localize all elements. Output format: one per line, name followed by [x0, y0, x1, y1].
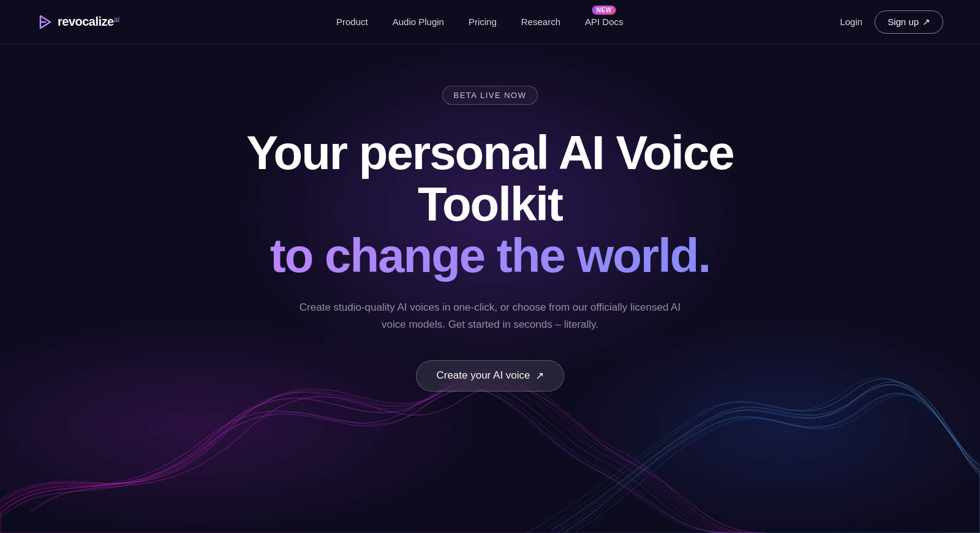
cta-label: Create your AI voice: [436, 369, 530, 382]
hero-title-line2: to change the world.: [214, 230, 766, 281]
nav-links: Product Audio Plugin Pricing Research NE…: [336, 17, 624, 28]
nav-item-pricing[interactable]: Pricing: [469, 17, 497, 27]
nav-item-api-docs[interactable]: API Docs: [585, 17, 624, 27]
hero-section: BETA LIVE NOW Your personal AI Voice Too…: [0, 44, 980, 391]
login-button[interactable]: Login: [840, 17, 862, 27]
nav-actions: Login Sign up ↗: [840, 10, 943, 34]
hero-title-line1: Your personal AI Voice Toolkit: [214, 127, 766, 230]
nav-item-product[interactable]: Product: [336, 17, 368, 27]
navbar: revocalizeai Product Audio Plugin Pricin…: [0, 0, 980, 44]
nav-item-audio-plugin[interactable]: Audio Plugin: [393, 17, 444, 27]
logo-icon: [37, 13, 54, 31]
beta-badge: BETA LIVE NOW: [442, 86, 538, 105]
cta-button[interactable]: Create your AI voice ↗: [416, 360, 564, 391]
hero-subtitle: Create studio-quality AI voices in one-c…: [294, 299, 686, 333]
logo-text: revocalizeai: [58, 15, 119, 29]
cta-arrow-icon: ↗: [535, 369, 544, 382]
hero-title: Your personal AI Voice Toolkit to change…: [214, 127, 766, 282]
new-badge: NEW: [592, 6, 616, 15]
signup-arrow-icon: ↗: [922, 17, 930, 28]
signup-button[interactable]: Sign up ↗: [875, 10, 943, 34]
nav-item-research[interactable]: Research: [521, 17, 560, 27]
logo-link[interactable]: revocalizeai: [37, 13, 119, 31]
